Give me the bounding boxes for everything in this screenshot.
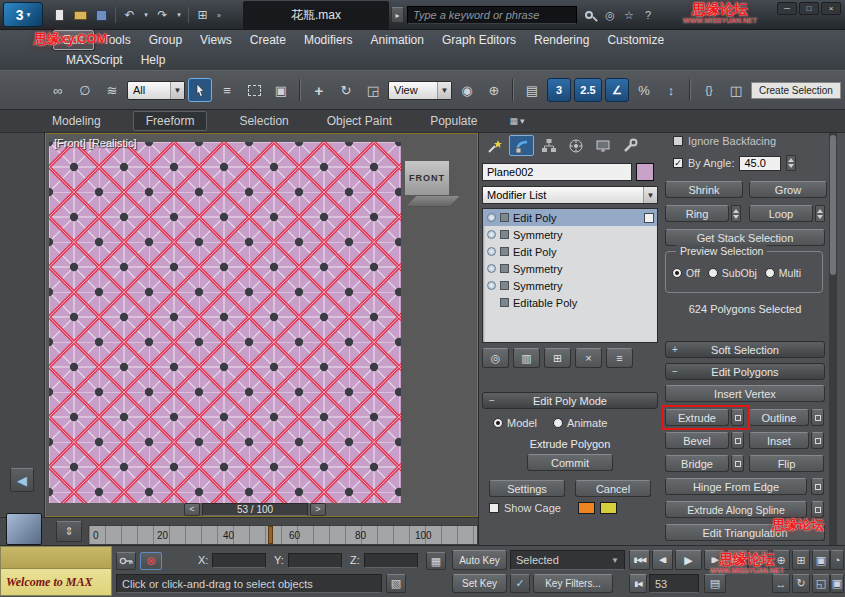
mini-curve-editor-button[interactable]: ⇕ bbox=[56, 521, 82, 542]
bind-to-spacewarp-button[interactable]: ≋ bbox=[100, 78, 124, 102]
maximize-viewport-button[interactable]: ▣ bbox=[830, 574, 844, 593]
viewcube[interactable]: FRONT bbox=[404, 160, 458, 210]
prompt-options-button[interactable]: ▧ bbox=[386, 574, 406, 593]
selection-region-button[interactable] bbox=[242, 78, 266, 102]
close-button[interactable]: × bbox=[821, 2, 841, 15]
viewport-layout-tab[interactable] bbox=[6, 513, 42, 545]
keyboard-shortcut-override-button[interactable]: ▤ bbox=[520, 78, 544, 102]
visibility-bulb-icon[interactable] bbox=[487, 247, 496, 256]
menu-rendering[interactable]: Rendering bbox=[525, 31, 598, 49]
get-stack-selection-button[interactable]: Get Stack Selection bbox=[665, 229, 825, 246]
next-key-button[interactable]: ▮▶ bbox=[704, 550, 725, 570]
previous-frame-button[interactable]: < bbox=[184, 503, 200, 516]
flip-button[interactable]: Flip bbox=[749, 455, 824, 472]
undo-button[interactable]: ↶ bbox=[120, 6, 139, 24]
tab-display[interactable] bbox=[590, 135, 615, 156]
grid-snap-settings-button[interactable]: ▦ bbox=[426, 552, 446, 570]
visibility-bulb-icon[interactable] bbox=[487, 230, 496, 239]
modifier-stack-row[interactable]: Edit Poly bbox=[483, 209, 657, 226]
reference-coordsys-dropdown[interactable]: View ▼ bbox=[388, 81, 452, 100]
modifier-stack-row[interactable]: Edit Poly bbox=[483, 243, 657, 260]
select-object-button[interactable] bbox=[188, 78, 212, 102]
model-radio[interactable]: Model bbox=[493, 417, 537, 429]
angle-snap-button[interactable]: ∠ bbox=[605, 78, 629, 102]
undo-dropdown-arrow[interactable]: ▾ bbox=[141, 6, 151, 24]
tab-create[interactable] bbox=[482, 135, 507, 156]
shrink-button[interactable]: Shrink bbox=[665, 181, 743, 198]
loop-button[interactable]: Loop bbox=[749, 205, 813, 222]
menu-edit[interactable]: Edit bbox=[53, 30, 94, 50]
ribbon-tab-object-paint[interactable]: Object Paint bbox=[321, 112, 398, 130]
make-unique-button[interactable]: ⊞ bbox=[544, 348, 571, 368]
y-coordinate-field[interactable] bbox=[288, 553, 342, 568]
insert-vertex-button[interactable]: Insert Vertex bbox=[665, 385, 825, 402]
show-end-result-marker[interactable] bbox=[644, 213, 654, 223]
menu-group[interactable]: Group bbox=[140, 31, 191, 49]
soft-selection-rollout-header[interactable]: + Soft Selection bbox=[665, 341, 825, 358]
ribbon-tab-selection[interactable]: Selection bbox=[233, 112, 294, 130]
command-panel-scrollbar[interactable] bbox=[829, 133, 837, 545]
pan-view-button[interactable]: ↔ bbox=[772, 574, 790, 593]
go-to-start-button[interactable]: ▮◀◀ bbox=[629, 550, 650, 570]
app-menu-button[interactable]: 3 ▾ bbox=[3, 2, 43, 27]
ribbon-tab-freeform[interactable]: Freeform bbox=[133, 111, 208, 131]
settings-button[interactable]: Settings bbox=[489, 480, 565, 497]
inset-settings-button[interactable] bbox=[811, 432, 824, 449]
menu-animation[interactable]: Animation bbox=[362, 31, 433, 49]
isolate-selection-button[interactable] bbox=[116, 552, 136, 570]
menu-graph-editors[interactable]: Graph Editors bbox=[433, 31, 525, 49]
search-go-button[interactable]: ▸ bbox=[391, 7, 404, 23]
by-angle-field[interactable]: 45.0 bbox=[739, 156, 781, 171]
zoom-all-button[interactable]: ⊞ bbox=[792, 550, 810, 570]
communication-center-icon[interactable]: ◎ bbox=[601, 6, 619, 24]
preview-off-radio[interactable]: Off bbox=[672, 267, 700, 279]
modifier-stack-row[interactable]: Symmetry bbox=[483, 260, 657, 277]
extrude-button[interactable]: Extrude bbox=[665, 409, 729, 426]
save-file-button[interactable] bbox=[92, 6, 111, 24]
preview-multi-radio[interactable]: Multi bbox=[765, 267, 801, 279]
menu-views[interactable]: Views bbox=[191, 31, 241, 49]
next-frame-button[interactable]: > bbox=[310, 503, 326, 516]
outline-settings-button[interactable] bbox=[811, 409, 824, 426]
menu-tools[interactable]: Tools bbox=[94, 31, 140, 49]
ignore-backfacing-checkbox[interactable] bbox=[673, 136, 683, 146]
configure-modifier-sets-button[interactable]: ≡ bbox=[606, 348, 633, 368]
extrude-settings-button[interactable] bbox=[731, 409, 744, 426]
auto-key-button[interactable]: Auto Key bbox=[452, 550, 507, 570]
tab-modify[interactable] bbox=[509, 135, 534, 156]
frame-display[interactable]: 53 / 100 bbox=[202, 503, 308, 516]
z-coordinate-field[interactable] bbox=[364, 553, 418, 568]
zoom-region-button[interactable]: ◱ bbox=[812, 574, 830, 593]
modifier-stack-row[interactable]: Editable Poly bbox=[483, 294, 657, 311]
zoom-button[interactable]: ⊕ bbox=[772, 550, 790, 570]
maximize-button[interactable]: □ bbox=[799, 2, 819, 15]
ribbon-tab-modeling[interactable]: Modeling bbox=[46, 112, 107, 130]
set-keys-check-button[interactable]: ✓ bbox=[510, 574, 530, 593]
timeline-ruler[interactable]: 0 20 40 60 80 100 bbox=[88, 525, 478, 545]
bevel-settings-button[interactable] bbox=[731, 432, 744, 449]
spinner-snap-button[interactable]: ↕ bbox=[659, 78, 683, 102]
by-angle-checkbox[interactable]: ✓ bbox=[673, 158, 683, 168]
menu-maxscript[interactable]: MAXScript bbox=[57, 51, 132, 69]
current-frame-field[interactable]: 53 bbox=[649, 574, 699, 593]
ribbon-options-button[interactable]: ▦ ▾ bbox=[510, 116, 525, 126]
tab-motion[interactable] bbox=[563, 135, 588, 156]
modifier-list-dropdown[interactable]: Modifier List ▼ bbox=[482, 186, 658, 204]
preview-subobj-radio[interactable]: SubObj bbox=[708, 267, 757, 279]
edit-poly-mode-rollout-header[interactable]: − Edit Poly Mode bbox=[482, 392, 658, 409]
named-selection-sets-button[interactable]: {} bbox=[697, 78, 721, 102]
visibility-bulb-icon[interactable] bbox=[487, 264, 496, 273]
hinge-settings-button[interactable] bbox=[811, 478, 824, 495]
viewport-front[interactable]: [Front] [Realistic] FRONT < 53 / 100 > bbox=[45, 133, 478, 517]
snap-25d-toggle-button[interactable]: 2.5 bbox=[574, 78, 602, 102]
viewcube-front-face[interactable]: FRONT bbox=[404, 160, 450, 196]
menu-customize[interactable]: Customize bbox=[598, 31, 673, 49]
outline-button[interactable]: Outline bbox=[749, 409, 809, 426]
collapse-panel-button[interactable]: ◀ bbox=[10, 468, 34, 492]
x-coordinate-field[interactable] bbox=[212, 553, 266, 568]
show-end-result-button[interactable]: ▥ bbox=[513, 348, 540, 368]
visibility-bulb-icon[interactable] bbox=[487, 281, 496, 290]
time-slider-position[interactable] bbox=[268, 526, 273, 544]
snap-toggle-button[interactable]: 3 bbox=[547, 78, 571, 102]
select-by-name-button[interactable]: ≡ bbox=[215, 78, 239, 102]
